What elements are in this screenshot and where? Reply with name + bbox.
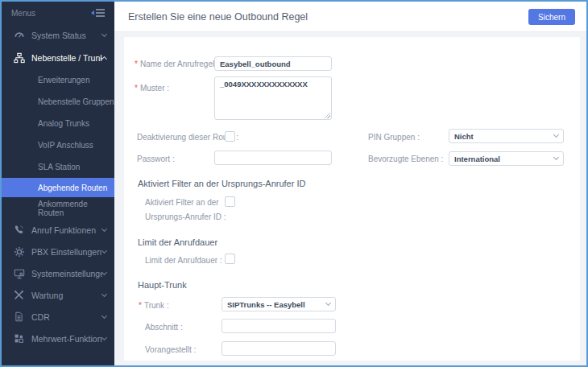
sidebar-item-cdr[interactable]: CDR [2,306,114,328]
sidebar-subitem-label: VoIP Anschluss [38,141,93,150]
chevron-down-icon [325,300,331,306]
sidebar-item-label: PBX Einstellungen [31,247,102,257]
required-asterisk: * [139,301,142,310]
sidebar-subitem-label: SLA Station [38,163,80,171]
strip-input[interactable] [222,319,336,333]
trunk-section-heading: Haupt-Trunk [138,280,187,290]
filter-label-line1: Aktiviert Filter an der [145,198,219,207]
sidebar-item-label: Anruf Funktionen [31,225,102,235]
sidebar-item-system-status[interactable]: System Status [2,24,114,47]
pin-group-label: PIN Gruppen : [368,133,420,142]
page-header: Erstellen Sie eine neue Outbound Regel S… [114,2,586,32]
sidebar-item-sla-station[interactable]: SLA Station [2,156,114,178]
muster-label: *Muster : [135,84,169,93]
sidebar-item-voip-anschluss[interactable]: VoIP Anschluss [2,134,114,156]
save-button[interactable]: Sichern [528,9,575,25]
sidebar-item-nebenstelle-trunk[interactable]: Nebenstelle / Trunk [2,47,114,69]
required-asterisk: * [135,84,138,93]
pin-group-value: Nicht [454,132,554,141]
sitemap-icon [13,52,25,64]
sidebar-item-mehrwert-funktionen[interactable]: Mehrwert-Funktionen [2,328,114,349]
trunk-value: SIPTrunks -- Easybell [227,300,326,309]
sidebar-item-label: Nebenstelle / Trunk [31,53,102,63]
preferred-level-select[interactable]: International [449,151,564,166]
strip-label: Abschnitt : [145,323,183,332]
password-label: Passwort : [137,155,175,163]
app-window: Menus System Status Nebenstelle / Trunk … [0,0,588,367]
chevron-down-icon [101,269,107,274]
sidebar-subitem-label: Abgehende Routen [38,184,107,192]
chevron-down-icon [101,312,107,318]
trunk-select[interactable]: SIPTrunks -- Easybell [222,297,336,311]
sidebar-header: Menus [2,2,114,24]
required-asterisk: * [135,60,138,68]
sidebar-item-pbx-einstellungen[interactable]: PBX Einstellungen [2,241,114,262]
sidebar-item-nebenstelle-gruppen[interactable]: Nebenstelle Gruppen [2,91,114,113]
gauge-icon [13,30,25,42]
filter-section-heading: Aktiviert Filter an der Ursprungs-Anrufe… [138,179,305,188]
limit-checkbox[interactable] [225,254,235,264]
sidebar-title: Menus [11,9,35,18]
name-label: *Name der Anrufregel : [135,60,219,68]
chevron-down-icon [101,225,107,231]
sidebar-item-label: CDR [31,312,102,322]
password-input[interactable] [214,151,332,165]
form-card: *Name der Anrufregel : *Muster : _0049XX… [124,37,580,361]
tools-icon [13,289,25,301]
collapse-arrow-icon [91,10,94,15]
limit-section-heading: Limit der Anrufdauer [138,237,217,247]
preferred-level-label: Bevorzugte Ebenen : [368,155,443,163]
prepend-label: Vorangestellt : [145,345,196,354]
filter-checkbox[interactable] [225,196,235,207]
chevron-down-icon [553,132,559,138]
pattern-textarea[interactable]: _0049XXXXXXXXXXXXX [214,76,332,120]
hamburger-icon [96,9,105,17]
sidebar-item-wartung[interactable]: Wartung [2,284,114,306]
gear-icon [13,245,25,258]
document-icon [13,311,25,323]
collapse-menu-icon[interactable] [91,9,105,17]
pin-group-select[interactable]: Nicht [449,129,564,143]
chevron-down-icon [101,334,107,340]
sidebar: Menus System Status Nebenstelle / Trunk … [2,2,114,365]
sidebar-subitem-label: Ankommende Routen [38,200,114,217]
limit-label: Limit der Anrufdauer : [145,256,222,265]
deactivate-checkbox[interactable] [225,131,235,142]
trunk-label: *Trunk : [139,301,169,310]
prepend-input[interactable] [222,341,336,356]
sidebar-item-ankommende-routen[interactable]: Ankommende Routen [2,197,114,219]
sidebar-item-erweiterungen[interactable]: Erweiterungen [2,69,114,91]
filter-label-line2: Ursprungs-Anrufer ID : [145,212,226,221]
sidebar-item-anruf-funktionen[interactable]: Anruf Funktionen [2,219,114,241]
preferred-level-value: International [454,155,554,163]
sidebar-subitem-label: Analog Trunks [38,119,89,128]
pattern-textarea-wrap: _0049XXXXXXXXXXXXX [214,76,332,120]
sidebar-item-analog-trunks[interactable]: Analog Trunks [2,113,114,134]
deactivate-label: Deaktivierung dieser Route : [137,133,238,142]
chevron-up-icon [101,56,107,62]
grid-icon [13,332,25,344]
rule-name-input[interactable] [214,56,332,71]
sidebar-item-abgehende-routen[interactable]: Abgehende Routen [2,178,114,197]
sidebar-item-label: System Status [31,31,102,40]
chevron-down-icon [553,155,559,160]
sidebar-subitem-label: Erweiterungen [38,76,89,85]
chevron-down-icon [101,31,107,37]
sidebar-item-label: Wartung [31,291,102,300]
chevron-down-icon [101,247,107,253]
monitor-gear-icon [13,267,25,279]
main-area: Erstellen Sie eine neue Outbound Regel S… [114,2,586,365]
page-title: Erstellen Sie eine neue Outbound Regel [128,11,308,23]
phone-icon [13,224,25,236]
sidebar-item-systemeinstellungen[interactable]: Systemeinstellungen [2,262,114,284]
sidebar-item-label: Mehrwert-Funktionen [31,334,102,344]
sidebar-item-label: Systemeinstellungen [31,269,102,278]
chevron-down-icon [101,291,107,296]
sidebar-subitem-label: Nebenstelle Gruppen [38,97,114,106]
